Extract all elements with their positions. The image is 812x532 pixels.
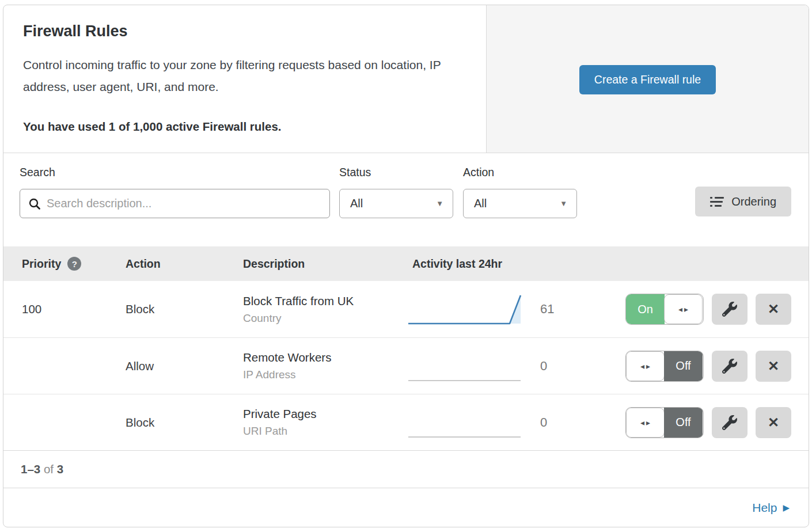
- wrench-icon: [722, 415, 737, 430]
- arrow-right-icon: ▸: [646, 362, 650, 371]
- toggle-knob[interactable]: ◂ ▸: [626, 351, 665, 381]
- table-row: Block Private Pages URI Path 0 Off ◂ ▸: [3, 394, 809, 450]
- rule-match-type: Country: [243, 312, 407, 325]
- chevron-down-icon: ▼: [560, 199, 567, 208]
- delete-rule-button[interactable]: ✕: [756, 294, 791, 325]
- wrench-icon: [722, 359, 737, 374]
- hero-action-panel: Create a Firewall rule: [487, 5, 809, 153]
- help-bar: Help ▶: [3, 488, 809, 527]
- rule-description-cell: Remote Workers IP Address: [243, 351, 407, 381]
- column-header-activity: Activity last 24hr: [407, 257, 791, 271]
- table-header-row: Priority ? Action Description Activity l…: [3, 246, 809, 281]
- table-row: 100 Block Block Traffic from UK Country …: [3, 281, 809, 337]
- action-selected-value: All: [474, 197, 487, 210]
- pagination-of: of: [44, 462, 54, 476]
- filter-bar: Search Status All ▼ Action All ▼: [3, 153, 809, 246]
- toggle-knob[interactable]: ◂ ▸: [664, 294, 703, 324]
- rule-enabled-toggle[interactable]: Off ◂ ▸: [625, 407, 704, 438]
- ordering-button[interactable]: Ordering: [695, 187, 791, 216]
- page-description: Control incoming traffic to your zone by…: [23, 54, 466, 98]
- arrow-right-icon: ▸: [646, 418, 650, 427]
- status-filter: Status All ▼: [339, 166, 453, 218]
- ordered-list-icon: [710, 197, 724, 207]
- rule-enabled-toggle[interactable]: Off ◂ ▸: [625, 351, 704, 382]
- pagination-bar: 1–3 of 3: [3, 450, 809, 488]
- rule-match-type: IP Address: [243, 368, 407, 381]
- usage-note: You have used 1 of 1,000 active Firewall…: [23, 120, 466, 134]
- priority-header-label: Priority: [22, 257, 61, 271]
- rule-enabled-toggle[interactable]: On ◂ ▸: [625, 294, 704, 325]
- rule-description-cell: Private Pages URI Path: [243, 407, 407, 438]
- search-input[interactable]: [47, 197, 321, 210]
- activity-count: 0: [528, 359, 579, 374]
- action-label: Action: [463, 166, 577, 179]
- status-select[interactable]: All ▼: [339, 189, 453, 218]
- activity-sparkline: [407, 291, 528, 328]
- rule-action: Block: [126, 302, 243, 316]
- arrow-right-icon: ▸: [684, 305, 688, 314]
- arrow-left-icon: ◂: [640, 362, 644, 371]
- action-filter: Action All ▼: [463, 166, 577, 218]
- table-row: Allow Remote Workers IP Address 0 Off ◂ …: [3, 337, 809, 394]
- create-firewall-rule-button[interactable]: Create a Firewall rule: [579, 65, 716, 94]
- edit-rule-button[interactable]: [712, 294, 748, 325]
- activity-sparkline: [407, 348, 528, 385]
- toggle-state-label: On: [626, 294, 665, 324]
- arrow-left-icon: ◂: [640, 418, 644, 427]
- activity-count: 0: [528, 415, 579, 430]
- column-header-priority: Priority ?: [22, 257, 126, 271]
- help-link[interactable]: Help ▶: [752, 501, 790, 515]
- firewall-rules-panel: Firewall Rules Control incoming traffic …: [3, 5, 809, 527]
- wrench-icon: [722, 302, 737, 317]
- sparkline-spike-chart: [407, 291, 525, 328]
- rule-controls: Off ◂ ▸ ✕: [579, 351, 791, 382]
- rule-description-cell: Block Traffic from UK Country: [243, 294, 407, 325]
- page-title: Firewall Rules: [23, 22, 466, 40]
- activity-count: 61: [528, 302, 579, 317]
- rule-priority: 100: [22, 302, 126, 316]
- hero-section: Firewall Rules Control incoming traffic …: [3, 5, 809, 153]
- rule-name: Block Traffic from UK: [243, 294, 407, 308]
- close-icon: ✕: [768, 358, 779, 374]
- rule-name: Remote Workers: [243, 351, 407, 364]
- toggle-state-label: Off: [664, 351, 703, 381]
- search-icon: [28, 197, 41, 210]
- pagination-total: 3: [57, 462, 63, 476]
- rule-action: Allow: [126, 359, 243, 373]
- close-icon: ✕: [768, 301, 779, 317]
- chevron-down-icon: ▼: [436, 199, 443, 208]
- hero-text-block: Firewall Rules Control incoming traffic …: [3, 5, 487, 153]
- arrow-left-icon: ◂: [678, 305, 682, 314]
- rule-match-type: URI Path: [243, 425, 407, 438]
- chevron-right-icon: ▶: [783, 503, 790, 513]
- pagination-range: 1–3: [21, 462, 40, 476]
- toggle-state-label: Off: [664, 408, 703, 438]
- status-label: Status: [339, 166, 453, 179]
- rule-action: Block: [126, 416, 243, 430]
- delete-rule-button[interactable]: ✕: [756, 407, 791, 438]
- sparkline-flat-chart: [407, 348, 525, 385]
- edit-rule-button[interactable]: [712, 351, 748, 382]
- status-selected-value: All: [350, 197, 363, 210]
- toggle-knob[interactable]: ◂ ▸: [626, 408, 665, 438]
- question-mark-icon[interactable]: ?: [67, 257, 81, 271]
- column-header-action: Action: [126, 257, 243, 271]
- search-box[interactable]: [20, 189, 330, 218]
- edit-rule-button[interactable]: [712, 407, 748, 438]
- close-icon: ✕: [768, 415, 779, 431]
- rule-name: Private Pages: [243, 407, 407, 421]
- sparkline-flat-chart: [407, 404, 525, 441]
- action-select[interactable]: All ▼: [463, 189, 577, 218]
- search-label: Search: [20, 166, 330, 179]
- ordering-button-label: Ordering: [731, 195, 776, 208]
- rule-controls: On ◂ ▸ ✕: [579, 294, 791, 325]
- rule-controls: Off ◂ ▸ ✕: [579, 407, 791, 438]
- activity-sparkline: [407, 404, 528, 441]
- table-body: 100 Block Block Traffic from UK Country …: [3, 281, 809, 450]
- search-filter: Search: [20, 166, 330, 218]
- help-link-label: Help: [752, 501, 777, 515]
- delete-rule-button[interactable]: ✕: [756, 351, 791, 382]
- column-header-description: Description: [243, 257, 407, 271]
